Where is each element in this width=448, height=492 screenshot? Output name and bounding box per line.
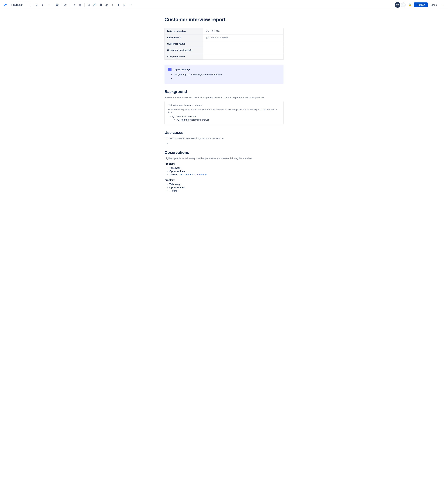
use-cases-heading: Use cases [165, 130, 283, 135]
toolbar: Heading 2 ▾ B I ··· ☰ ▾ A ▾ ≡ ≣ ☑ [0, 0, 448, 10]
list-item[interactable]: List your top 2-3 takeaways from the int… [174, 73, 280, 76]
plus-icon: + [129, 3, 131, 6]
use-cases-list [169, 142, 283, 145]
add-collaborator-button[interactable]: + [401, 2, 406, 7]
interviewers-value[interactable]: @mention interviewer [203, 34, 283, 41]
text-color-button[interactable]: A ▾ [63, 2, 68, 8]
svg-rect-0 [3, 2, 8, 7]
observations-description: Highlight problems, takeaways, and oppor… [165, 157, 283, 160]
insert-group: ☑ 🔗 🖼 @ ☺ ⊞ ⊟ + ▾ [86, 2, 133, 8]
answer-1: A1: Add the customer's answer [177, 118, 209, 121]
expand-content: Put interview questions and answers here… [167, 108, 281, 121]
list-item[interactable]: Q1: Add your question A1: Add the custom… [172, 115, 281, 121]
tickets-1-value[interactable]: Paste in related Jira tickets [179, 173, 207, 176]
callout-item-2 [174, 77, 174, 80]
date-of-interview-value[interactable]: Mar 19, 2020 [203, 28, 283, 34]
table-row: Customer name [165, 41, 283, 47]
observations-heading: Observations [165, 150, 283, 155]
toolbar-divider-5 [84, 3, 84, 7]
image-button[interactable]: 🖼 [98, 2, 104, 8]
takeaway-1-label: Takeaway: [169, 167, 181, 169]
background-section: Background Add details about the custome… [165, 89, 283, 125]
list-item[interactable] [174, 77, 280, 80]
text-color-icon: A [64, 3, 66, 6]
callout-icon: i [168, 68, 171, 71]
toolbar-divider-3 [61, 3, 62, 7]
info-table: Date of interview Mar 19, 2020 Interview… [165, 28, 283, 60]
background-description: Add details about the customer, includin… [165, 96, 283, 99]
callout-box: i Top takeaways List your top 2-3 takeaw… [165, 65, 283, 84]
close-button[interactable]: Close [429, 2, 438, 7]
problem-1-label: Problem: [165, 162, 283, 165]
heading-select[interactable]: Heading 2 ▾ [10, 3, 31, 7]
emoji-icon: ☺ [111, 3, 114, 6]
problem-1-list: Takeaway: Opportunities: Tickets: Paste … [169, 167, 283, 176]
align-button[interactable]: ☰ ▾ [54, 2, 60, 8]
list-item[interactable]: Takeaway: [169, 183, 283, 185]
bold-button[interactable]: B [34, 2, 39, 8]
list-item[interactable]: Opportunities: [169, 186, 283, 189]
expand-questions-list: Q1: Add your question A1: Add the custom… [172, 115, 281, 121]
opportunities-1-label: Opportunities: [169, 170, 186, 173]
content-area: Customer interview report Date of interv… [154, 10, 294, 212]
lock-icon: 🔒 [408, 3, 412, 7]
ordered-list-icon: ≣ [79, 3, 81, 6]
expand-toggle[interactable]: ▾ Interview questions and answers [167, 104, 281, 106]
lock-button[interactable]: 🔒 [407, 2, 413, 8]
task-list-button[interactable]: ☑ [86, 2, 92, 8]
callout-title: Top takeaways [173, 68, 191, 71]
list-item[interactable]: Tickets: [169, 189, 283, 192]
toolbar-divider-4 [70, 3, 70, 7]
list-item[interactable]: Opportunities: [169, 170, 283, 173]
use-cases-section: Use cases List the customer's use cases … [165, 130, 283, 145]
layout-icon: ⊟ [123, 3, 125, 6]
expand-body-text: Put interview questions and answers here… [168, 108, 281, 113]
toolbar-divider-1 [32, 3, 32, 7]
list-item[interactable] [169, 142, 283, 145]
list-group: ≡ ≣ [71, 2, 83, 8]
italic-button[interactable]: I [40, 2, 45, 8]
question-1: Q1: Add your question [172, 115, 196, 118]
more-text-button[interactable]: ··· [46, 2, 51, 8]
more-insert-button[interactable]: + ▾ [128, 2, 133, 8]
mention-button[interactable]: @ [104, 2, 109, 8]
interviewers-label: Interviewers [165, 34, 203, 41]
expand-block: ▾ Interview questions and answers Put in… [165, 101, 283, 125]
table-row: Company name [165, 53, 283, 60]
more-options-icon: ··· [441, 3, 443, 7]
list-item[interactable]: Takeaway: [169, 167, 283, 169]
task-list-icon: ☑ [88, 3, 90, 6]
publish-button[interactable]: Publish [414, 2, 428, 7]
customer-name-value[interactable] [203, 41, 283, 47]
align-group: ☰ ▾ [54, 2, 60, 8]
table-icon: ⊞ [117, 3, 120, 6]
table-button[interactable]: ⊞ [116, 2, 121, 8]
more-options-button[interactable]: ··· [440, 2, 445, 8]
mention-icon: @ [105, 3, 108, 6]
plus-icon: + [403, 3, 404, 7]
confluence-logo[interactable] [3, 2, 8, 7]
customer-contact-value[interactable] [203, 47, 283, 53]
callout-item-1: List your top 2-3 takeaways from the int… [174, 73, 222, 76]
problem-block-1: Problem: Takeaway: Opportunities: Ticket… [165, 162, 283, 176]
problem-2-list: Takeaway: Opportunities: Tickets: [169, 183, 283, 192]
align-chevron: ▾ [58, 4, 59, 6]
company-name-value[interactable] [203, 53, 283, 60]
ordered-list-button[interactable]: ≣ [77, 2, 83, 8]
list-item[interactable]: A1: Add the customer's answer [177, 118, 281, 121]
link-button[interactable]: 🔗 [92, 2, 97, 8]
tickets-2-label: Tickets: [169, 189, 178, 192]
callout-header: i Top takeaways [168, 68, 280, 71]
use-case-item [169, 142, 170, 145]
problem-block-2: Problem: Takeaway: Opportunities: Ticket… [165, 179, 283, 192]
list-item[interactable]: Tickets: Paste in related Jira tickets [169, 173, 283, 176]
layout-button[interactable]: ⊟ [122, 2, 127, 8]
heading-select-chevron: ▾ [22, 4, 23, 6]
unordered-list-button[interactable]: ≡ [71, 2, 77, 8]
callout-list: List your top 2-3 takeaways from the int… [174, 73, 280, 80]
page-title[interactable]: Customer interview report [165, 17, 283, 22]
company-name-label: Company name [165, 53, 203, 60]
user-avatar[interactable]: CK [395, 2, 400, 8]
image-icon: 🖼 [99, 3, 102, 6]
emoji-button[interactable]: ☺ [110, 2, 115, 8]
